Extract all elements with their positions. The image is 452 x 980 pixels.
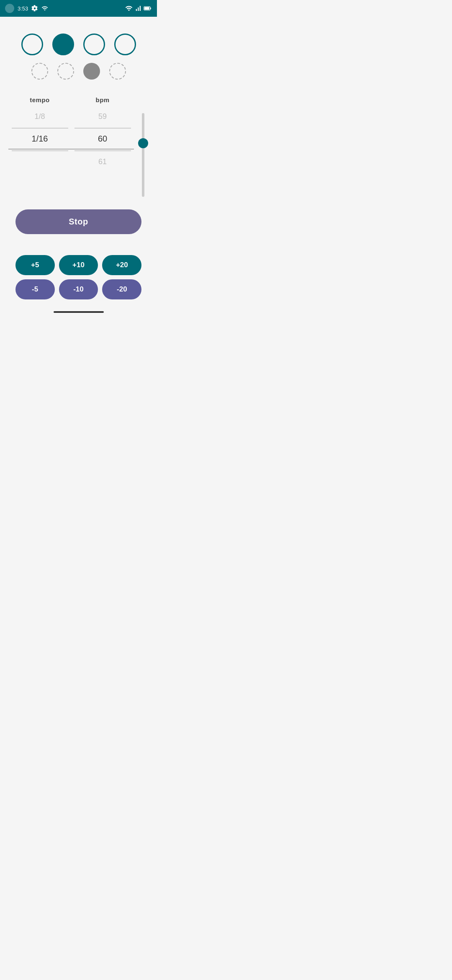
wifi-icon <box>125 5 133 12</box>
main-content: tempo 1/8 1/16 bpm 59 60 61 <box>0 17 157 327</box>
beat-row-1 <box>8 34 149 55</box>
picker-columns[interactable]: tempo 1/8 1/16 bpm 59 60 61 <box>8 92 134 176</box>
plus10-button[interactable]: +10 <box>59 255 98 275</box>
cell-signal-icon <box>134 5 142 12</box>
status-time: 3:53 <box>18 5 28 12</box>
beat-circle-3[interactable] <box>83 34 105 55</box>
tempo-divider-top <box>12 128 68 129</box>
bpm-divider-top <box>74 128 131 129</box>
picker-wrapper: tempo 1/8 1/16 bpm 59 60 61 <box>8 92 149 197</box>
bpm-slider-track <box>142 113 144 197</box>
tempo-items: 1/8 1/16 <box>8 107 71 172</box>
tempo-picker-col[interactable]: tempo 1/8 1/16 <box>8 92 71 176</box>
battery-icon <box>144 5 152 11</box>
tempo-divider-bottom <box>12 150 68 151</box>
adjust-buttons-grid: +5 +10 +20 -5 -10 -20 <box>15 255 142 299</box>
stop-button[interactable]: Stop <box>15 209 142 234</box>
beat-circle-1[interactable] <box>21 34 43 55</box>
gear-icon <box>31 5 38 12</box>
bpm-item-1[interactable]: 59 <box>71 107 134 127</box>
sub-beat-circle-3[interactable] <box>83 63 100 80</box>
tempo-item-3 <box>8 152 71 172</box>
bpm-divider-bottom <box>74 150 131 151</box>
status-bar: 3:53 <box>0 0 157 17</box>
plus20-button[interactable]: +20 <box>102 255 141 275</box>
tempo-item-selected[interactable]: 1/16 <box>8 129 71 150</box>
signal-icon <box>41 5 48 12</box>
bpm-header: bpm <box>96 96 110 103</box>
beat-row-2 <box>8 63 149 80</box>
bpm-picker-col[interactable]: bpm 59 60 61 <box>71 92 134 176</box>
sub-beat-circle-2[interactable] <box>57 63 74 80</box>
minus5-button[interactable]: -5 <box>15 279 55 299</box>
beat-circle-4[interactable] <box>114 34 136 55</box>
svg-rect-1 <box>144 7 149 10</box>
status-left: 3:53 <box>5 4 48 13</box>
bpm-item-selected[interactable]: 60 <box>71 129 134 150</box>
bpm-slider-thumb[interactable] <box>138 138 148 148</box>
minus20-button[interactable]: -20 <box>102 279 141 299</box>
tempo-header: tempo <box>30 96 50 103</box>
minus10-button[interactable]: -10 <box>59 279 98 299</box>
sub-beat-circle-1[interactable] <box>31 63 48 80</box>
bpm-items: 59 60 61 <box>71 107 134 172</box>
home-bar <box>8 308 149 315</box>
home-indicator <box>54 311 104 313</box>
bpm-item-3[interactable]: 61 <box>71 152 134 172</box>
tempo-item-1[interactable]: 1/8 <box>8 107 71 127</box>
sub-beat-circle-4[interactable] <box>109 63 126 80</box>
svg-rect-2 <box>150 8 151 9</box>
app-icon <box>5 4 14 13</box>
plus5-button[interactable]: +5 <box>15 255 55 275</box>
beat-circle-2[interactable] <box>52 34 74 55</box>
status-right <box>125 5 152 12</box>
